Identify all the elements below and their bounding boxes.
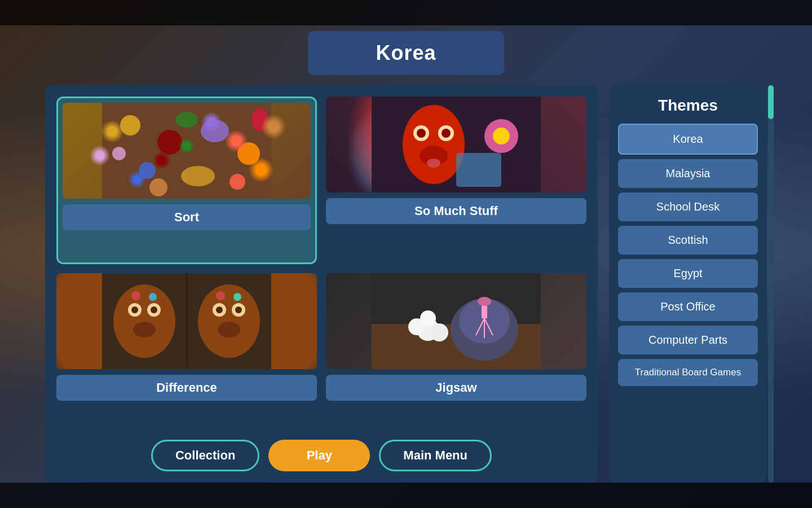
svg-point-29 <box>133 322 156 338</box>
svg-point-16 <box>417 129 426 138</box>
game-card-jigsaw: Jigsaw <box>326 273 586 428</box>
svg-point-50 <box>478 297 491 306</box>
game-image-difference <box>56 273 317 369</box>
svg-point-9 <box>175 112 198 128</box>
jigsaw-svg <box>326 273 586 369</box>
svg-point-19 <box>427 159 440 168</box>
title-banner: Korea <box>308 31 504 75</box>
svg-point-21 <box>493 128 510 144</box>
svg-point-10 <box>149 178 167 196</box>
difference-svg <box>56 273 317 369</box>
svg-point-28 <box>151 306 157 313</box>
panels-grid: Sort <box>56 97 586 428</box>
theme-btn-scottish[interactable]: Scottish <box>618 226 758 255</box>
svg-point-17 <box>442 129 451 138</box>
theme-btn-malaysia[interactable]: Malaysia <box>618 159 758 188</box>
game-panels: Sort <box>45 85 598 483</box>
svg-point-1 <box>120 115 140 135</box>
sort-image-svg <box>63 103 311 199</box>
svg-point-24 <box>113 284 175 358</box>
themes-list: Korea Malaysia School Desk Scottish Egyp… <box>618 124 758 471</box>
svg-point-3 <box>201 120 229 142</box>
content-area: Sort <box>45 85 767 483</box>
page-title: Korea <box>376 41 436 65</box>
theme-btn-school-desk[interactable]: School Desk <box>618 192 758 221</box>
svg-point-36 <box>235 306 242 313</box>
svg-point-35 <box>216 306 223 313</box>
theme-btn-traditional-board-games[interactable]: Traditional Board Games <box>618 359 758 386</box>
game-image-jigsaw <box>326 273 586 369</box>
play-button[interactable]: Play <box>268 440 370 471</box>
theme-btn-post-office[interactable]: Post Office <box>618 292 758 321</box>
theme-btn-korea[interactable]: Korea <box>618 124 758 155</box>
so-much-stuff-svg <box>326 97 586 192</box>
game-image-sort <box>63 103 311 199</box>
difference-button[interactable]: Difference <box>56 375 317 401</box>
collection-button[interactable]: Collection <box>151 440 259 471</box>
svg-point-45 <box>430 323 448 341</box>
svg-point-38 <box>216 291 225 300</box>
bg-edge-top <box>0 0 812 25</box>
svg-point-2 <box>157 130 182 155</box>
svg-point-32 <box>198 284 260 358</box>
svg-rect-22 <box>456 153 501 187</box>
game-card-so-much-stuff: So Much Stuff <box>326 97 586 264</box>
svg-point-4 <box>237 142 260 165</box>
main-container: Korea <box>0 25 812 483</box>
scrollbar-thumb[interactable] <box>768 85 774 119</box>
svg-point-6 <box>181 166 215 186</box>
svg-point-31 <box>149 293 157 301</box>
svg-point-30 <box>131 291 140 300</box>
jigsaw-button[interactable]: Jigsaw <box>326 375 586 401</box>
svg-rect-40 <box>186 273 188 369</box>
svg-point-27 <box>131 306 138 313</box>
svg-point-11 <box>251 108 268 131</box>
svg-point-37 <box>218 322 240 338</box>
svg-rect-0 <box>102 103 271 199</box>
game-image-so-much-stuff <box>326 97 586 192</box>
svg-point-7 <box>230 174 245 190</box>
game-card-difference: Difference <box>56 273 317 428</box>
svg-point-8 <box>112 147 126 160</box>
bottom-buttons: Collection Play Main Menu <box>56 440 586 471</box>
themes-title: Themes <box>618 97 758 115</box>
themes-panel: Themes Korea Malaysia School Desk Scotti… <box>609 85 767 483</box>
theme-btn-egypt[interactable]: Egypt <box>618 259 758 288</box>
svg-point-39 <box>233 293 241 301</box>
svg-point-5 <box>139 162 156 179</box>
svg-point-46 <box>420 310 436 326</box>
svg-point-13 <box>403 105 465 184</box>
game-card-sort: Sort <box>56 97 317 264</box>
theme-btn-computer-parts[interactable]: Computer Parts <box>618 326 758 354</box>
scrollbar-track <box>768 85 774 483</box>
so-much-stuff-button[interactable]: So Much Stuff <box>326 198 586 224</box>
bg-edge-bottom <box>0 483 812 508</box>
main-menu-button[interactable]: Main Menu <box>379 440 492 471</box>
sort-button[interactable]: Sort <box>63 204 311 230</box>
